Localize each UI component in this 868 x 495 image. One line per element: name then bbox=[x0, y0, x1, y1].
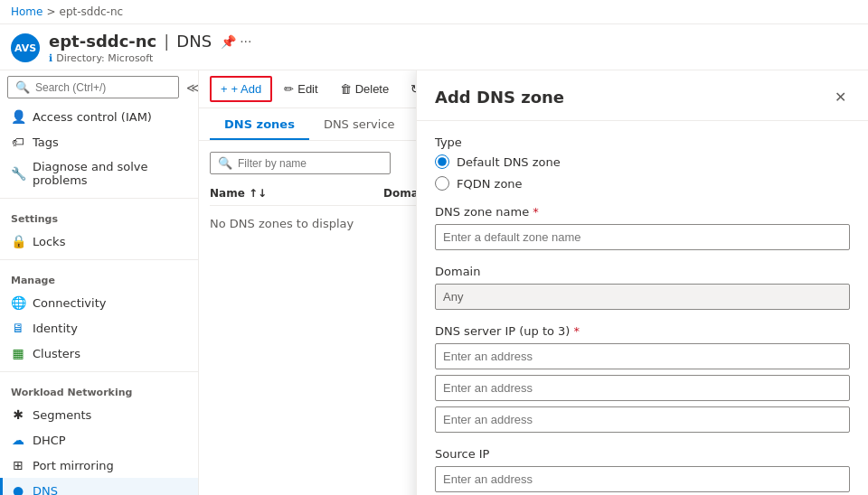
more-icon[interactable]: ··· bbox=[240, 34, 251, 49]
pin-icon[interactable]: 📌 bbox=[221, 34, 236, 49]
panel-title: Add DNS zone bbox=[435, 88, 564, 107]
sidebar-label-dhcp: DHCP bbox=[33, 434, 66, 447]
radio-default-dns-label: Default DNS zone bbox=[457, 155, 561, 169]
sidebar-label-locks: Locks bbox=[33, 235, 65, 248]
sidebar-label-segments: Segments bbox=[33, 408, 91, 422]
breadcrumb: Home > ept-sddc-nc bbox=[0, 0, 868, 24]
segments-icon: ✱ bbox=[11, 407, 25, 422]
sidebar: 🔍 ≪ 👤 Access control (IAM) 🏷 Tags 🔧 Diag… bbox=[0, 70, 199, 495]
breadcrumb-sep: > bbox=[46, 5, 55, 18]
section-settings: Settings bbox=[0, 204, 198, 229]
connectivity-icon: 🌐 bbox=[11, 295, 25, 310]
radio-default-dns-input[interactable] bbox=[435, 154, 449, 169]
sidebar-label-identity: Identity bbox=[33, 322, 78, 335]
filter-icon: 🔍 bbox=[218, 156, 232, 170]
avatar: AVS bbox=[11, 33, 40, 62]
domain-input bbox=[435, 284, 850, 310]
add-label: + Add bbox=[231, 82, 262, 96]
close-panel-button[interactable]: ✕ bbox=[831, 85, 850, 109]
radio-fqdn[interactable]: FQDN zone bbox=[435, 176, 850, 191]
add-dns-zone-panel: Add DNS zone ✕ Type Default DNS zone FQD… bbox=[416, 70, 868, 495]
search-box[interactable]: 🔍 bbox=[7, 76, 179, 98]
dhcp-icon: ☁ bbox=[11, 433, 25, 447]
sidebar-label-dns: DNS bbox=[33, 484, 58, 496]
sidebar-item-connectivity[interactable]: 🌐 Connectivity bbox=[0, 290, 198, 315]
dns-server-ip-input-1[interactable] bbox=[435, 343, 850, 369]
dns-zone-name-section: DNS zone name bbox=[435, 205, 850, 250]
add-icon: + bbox=[221, 82, 228, 96]
radio-fqdn-label: FQDN zone bbox=[457, 177, 523, 191]
sidebar-label-clusters: Clusters bbox=[33, 347, 80, 360]
tab-dns-zones[interactable]: DNS zones bbox=[210, 108, 309, 140]
domain-label: Domain bbox=[435, 265, 850, 278]
sidebar-label-tags: Tags bbox=[33, 135, 59, 149]
port-mirror-icon: ⊞ bbox=[11, 458, 25, 472]
header-subtitle: DNS bbox=[176, 32, 212, 51]
sidebar-item-segments[interactable]: ✱ Segments bbox=[0, 402, 198, 427]
source-ip-section: Source IP bbox=[435, 447, 850, 492]
delete-label: Delete bbox=[355, 82, 390, 96]
add-button[interactable]: + + Add bbox=[210, 76, 272, 102]
header-separator: | bbox=[164, 32, 169, 51]
breadcrumb-home[interactable]: Home bbox=[11, 5, 42, 18]
filter-box[interactable]: 🔍 bbox=[210, 152, 391, 174]
sidebar-label-diagnose: Diagnose and solve problems bbox=[33, 160, 187, 187]
radio-group-type: Default DNS zone FQDN zone bbox=[435, 154, 850, 191]
dns-server-ip-label: DNS server IP (up to 3) bbox=[435, 324, 850, 338]
tab-dns-service[interactable]: DNS service bbox=[309, 108, 410, 140]
domain-section: Domain bbox=[435, 265, 850, 310]
source-ip-input[interactable] bbox=[435, 466, 850, 492]
sidebar-label-access-control: Access control (IAM) bbox=[33, 110, 152, 124]
type-label: Type bbox=[435, 135, 850, 149]
dns-server-ip-section: DNS server IP (up to 3) bbox=[435, 324, 850, 433]
delete-button[interactable]: 🗑 Delete bbox=[330, 77, 400, 101]
person-icon: 👤 bbox=[11, 109, 25, 124]
type-section: Type Default DNS zone FQDN zone bbox=[435, 135, 850, 191]
edit-button[interactable]: ✏ Edit bbox=[274, 77, 327, 101]
delete-icon: 🗑 bbox=[340, 82, 352, 96]
identity-icon: 🖥 bbox=[11, 321, 25, 335]
radio-default-dns[interactable]: Default DNS zone bbox=[435, 154, 850, 169]
section-manage: Manage bbox=[0, 266, 198, 290]
dns-zone-name-input[interactable] bbox=[435, 224, 850, 250]
search-icon: 🔍 bbox=[15, 80, 30, 94]
dns-server-ip-inputs bbox=[435, 343, 850, 433]
tag-icon: 🏷 bbox=[11, 135, 25, 149]
lock-icon: 🔒 bbox=[11, 234, 25, 248]
clusters-icon: ▦ bbox=[11, 346, 25, 360]
search-input[interactable] bbox=[35, 81, 171, 94]
info-icon: ℹ bbox=[49, 52, 52, 64]
breadcrumb-current: ept-sddc-nc bbox=[60, 5, 124, 18]
edit-label: Edit bbox=[297, 82, 317, 96]
page-header: AVS ept-sddc-nc | DNS 📌 ··· ℹ Directory:… bbox=[0, 24, 868, 70]
section-workload: Workload Networking bbox=[0, 378, 198, 402]
sidebar-item-dns[interactable]: ● DNS bbox=[0, 478, 198, 495]
sidebar-item-identity[interactable]: 🖥 Identity bbox=[0, 315, 198, 341]
header-title: ept-sddc-nc bbox=[49, 32, 156, 51]
radio-fqdn-input[interactable] bbox=[435, 176, 449, 191]
edit-icon: ✏ bbox=[284, 82, 294, 96]
filter-input[interactable] bbox=[238, 157, 382, 170]
directory-label: Directory: Microsoft bbox=[56, 52, 153, 64]
col-name-header: Name ↑↓ bbox=[210, 187, 373, 200]
sidebar-item-dhcp[interactable]: ☁ DHCP bbox=[0, 427, 198, 453]
sidebar-item-diagnose[interactable]: 🔧 Diagnose and solve problems bbox=[0, 154, 198, 192]
directory-info: ℹ Directory: Microsoft bbox=[49, 52, 251, 64]
dns-zone-name-label: DNS zone name bbox=[435, 205, 850, 219]
dns-server-ip-input-3[interactable] bbox=[435, 406, 850, 433]
panel-header: Add DNS zone ✕ bbox=[417, 70, 868, 121]
wrench-icon: 🔧 bbox=[11, 166, 25, 181]
sidebar-label-connectivity: Connectivity bbox=[33, 296, 106, 310]
sidebar-item-port-mirroring[interactable]: ⊞ Port mirroring bbox=[0, 453, 198, 478]
sidebar-item-clusters[interactable]: ▦ Clusters bbox=[0, 341, 198, 366]
sidebar-item-locks[interactable]: 🔒 Locks bbox=[0, 229, 198, 254]
sidebar-item-access-control[interactable]: 👤 Access control (IAM) bbox=[0, 104, 198, 129]
source-ip-label: Source IP bbox=[435, 447, 850, 461]
sidebar-label-port-mirroring: Port mirroring bbox=[33, 459, 114, 472]
panel-body: Type Default DNS zone FQDN zone DNS zone… bbox=[417, 121, 868, 495]
dns-server-ip-input-2[interactable] bbox=[435, 375, 850, 401]
collapse-icon[interactable]: ≪ bbox=[183, 79, 199, 97]
sidebar-item-tags[interactable]: 🏷 Tags bbox=[0, 129, 198, 154]
dns-icon: ● bbox=[11, 483, 25, 495]
